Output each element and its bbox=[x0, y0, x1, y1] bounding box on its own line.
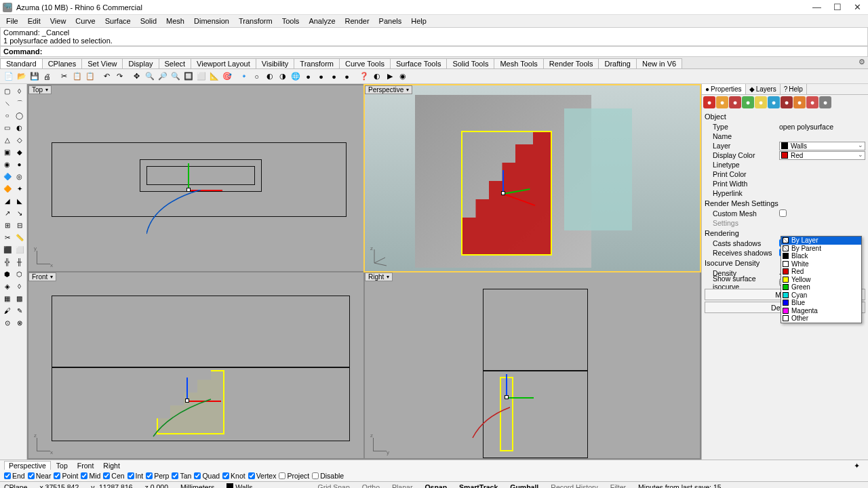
viewport-label-perspective[interactable]: Perspective bbox=[365, 85, 412, 94]
prop-category-icon[interactable]: ● bbox=[781, 96, 793, 108]
minimize-button[interactable]: — bbox=[812, 2, 821, 12]
tool-button[interactable]: ◎ bbox=[14, 171, 25, 182]
toolbar-button[interactable]: ◐ bbox=[371, 70, 382, 82]
prop-category-icon[interactable]: ● bbox=[716, 96, 728, 108]
display-color-select[interactable]: Red bbox=[779, 151, 865, 160]
tab-display[interactable]: Display bbox=[122, 58, 159, 68]
color-option-by-layer[interactable]: By Layer bbox=[781, 237, 861, 245]
menu-render[interactable]: Render bbox=[341, 16, 374, 26]
osnap-perp[interactable]: Perp bbox=[146, 472, 169, 480]
toolbar-button[interactable]: 📂 bbox=[16, 70, 27, 82]
osnap-cen[interactable]: Cen bbox=[103, 472, 124, 480]
menu-help[interactable]: Help bbox=[407, 16, 431, 26]
tab-curve-tools[interactable]: Curve Tools bbox=[339, 58, 391, 68]
osnap-point[interactable]: Point bbox=[54, 472, 78, 480]
status-grid-snap[interactable]: Grid Snap bbox=[317, 483, 349, 489]
toolbar-button[interactable]: 🔹 bbox=[238, 70, 250, 82]
command-prompt[interactable]: Command: bbox=[0, 46, 868, 57]
tab-drafting[interactable]: Drafting bbox=[598, 58, 637, 68]
prop-category-icon[interactable]: ● bbox=[819, 96, 831, 108]
color-option-cyan[interactable]: Cyan bbox=[781, 291, 861, 300]
color-option-yellow[interactable]: Yellow bbox=[781, 276, 861, 284]
status-planar[interactable]: Planar bbox=[392, 483, 412, 489]
tool-button[interactable]: ╬ bbox=[1, 256, 13, 268]
tool-button[interactable]: ⌒ bbox=[14, 98, 25, 109]
tool-button[interactable]: 🖌 bbox=[1, 305, 13, 317]
osnap-tan[interactable]: Tan bbox=[172, 472, 191, 480]
close-button[interactable]: ✕ bbox=[854, 2, 861, 12]
tool-button[interactable]: ◐ bbox=[14, 122, 25, 134]
tab-new-in-v6[interactable]: New in V6 bbox=[636, 58, 682, 68]
color-option-red[interactable]: Red bbox=[781, 268, 861, 276]
osnap-project[interactable]: Project bbox=[279, 472, 309, 480]
tool-button[interactable]: ⟍ bbox=[1, 98, 13, 109]
tool-button[interactable]: ◣ bbox=[14, 195, 25, 207]
toolbar-button[interactable]: ↷ bbox=[114, 70, 125, 82]
toolbar-button[interactable]: 🔍 bbox=[144, 70, 155, 82]
tool-button[interactable]: ⬢ bbox=[1, 268, 13, 280]
tool-button[interactable]: ◇ bbox=[14, 134, 25, 146]
tool-button[interactable]: ⊙ bbox=[1, 317, 13, 329]
toolbar-button[interactable]: ▶ bbox=[384, 70, 395, 82]
tool-button[interactable]: ✦ bbox=[14, 183, 25, 195]
tool-button[interactable]: ⊞ bbox=[1, 220, 13, 231]
osnap-int[interactable]: Int bbox=[127, 472, 144, 480]
tool-button[interactable]: ⬜ bbox=[14, 244, 25, 256]
menu-analyze[interactable]: Analyze bbox=[304, 16, 339, 26]
tool-button[interactable]: ╫ bbox=[14, 256, 25, 268]
toolbar-button[interactable]: 📄 bbox=[3, 70, 14, 82]
tool-button[interactable]: ⊟ bbox=[14, 220, 25, 231]
viewport-label-top[interactable]: Top bbox=[28, 85, 52, 94]
toolbar-button[interactable]: ● bbox=[341, 70, 353, 82]
menu-tools[interactable]: Tools bbox=[278, 16, 304, 26]
tool-button[interactable]: ◢ bbox=[1, 195, 13, 207]
menu-panels[interactable]: Panels bbox=[375, 16, 406, 26]
tool-button[interactable]: ◊ bbox=[14, 281, 25, 292]
tab-viewport-layout[interactable]: Viewport Layout bbox=[191, 58, 256, 68]
menu-mesh[interactable]: Mesh bbox=[162, 16, 189, 26]
menu-transform[interactable]: Transform bbox=[235, 16, 277, 26]
tool-button[interactable]: ⬡ bbox=[14, 268, 25, 280]
toolbar-button[interactable]: ○ bbox=[251, 70, 262, 82]
viewport-front[interactable]: Front z x bbox=[28, 272, 363, 458]
tab-render-tools[interactable]: Render Tools bbox=[543, 58, 599, 68]
osnap-near[interactable]: Near bbox=[28, 472, 52, 480]
tool-button[interactable]: ✂ bbox=[1, 232, 13, 243]
viewport-label-right[interactable]: Right bbox=[365, 272, 393, 281]
toolbar-button[interactable]: 🎯 bbox=[221, 70, 233, 82]
color-option-white[interactable]: White bbox=[781, 260, 861, 268]
tool-button[interactable]: ▢ bbox=[1, 85, 13, 97]
color-option-other[interactable]: Other bbox=[781, 314, 861, 323]
toolbar-button[interactable]: ↶ bbox=[101, 70, 113, 82]
color-dropdown[interactable]: By LayerBy ParentBlackWhiteRedYellowGree… bbox=[781, 236, 862, 323]
osnap-mid[interactable]: Mid bbox=[81, 472, 100, 480]
status-record-history[interactable]: Record History bbox=[551, 483, 597, 489]
toolbar-button[interactable]: 📐 bbox=[208, 70, 220, 82]
tool-button[interactable]: ◊ bbox=[14, 85, 25, 97]
tab-visibility[interactable]: Visibility bbox=[256, 58, 295, 68]
status-layer[interactable]: Walls bbox=[226, 483, 252, 489]
panel-tab-layers[interactable]: ◆Layers bbox=[746, 84, 781, 94]
tab-mesh-tools[interactable]: Mesh Tools bbox=[494, 58, 543, 68]
custom-mesh-check[interactable] bbox=[779, 209, 787, 217]
toolbar-button[interactable]: 🖨 bbox=[41, 70, 53, 82]
menu-dimension[interactable]: Dimension bbox=[190, 16, 233, 26]
tab-solid-tools[interactable]: Solid Tools bbox=[446, 58, 494, 68]
panel-tab-properties[interactable]: ●Properties bbox=[702, 84, 746, 94]
tool-button[interactable]: ▦ bbox=[1, 293, 13, 304]
prop-category-icon[interactable]: ● bbox=[793, 96, 806, 108]
tool-button[interactable]: ⬛ bbox=[1, 244, 13, 256]
tool-button[interactable]: ◆ bbox=[14, 146, 25, 158]
tab-cplanes[interactable]: CPlanes bbox=[42, 58, 83, 68]
toolbar-button[interactable]: 💾 bbox=[28, 70, 40, 82]
prop-category-icon[interactable]: ● bbox=[806, 96, 818, 108]
prop-category-icon[interactable]: ● bbox=[703, 96, 715, 108]
toolbar-button[interactable]: 🌐 bbox=[290, 70, 301, 82]
color-option-green[interactable]: Green bbox=[781, 283, 861, 291]
tab-standard[interactable]: Standard bbox=[0, 58, 43, 68]
tab-select[interactable]: Select bbox=[159, 58, 192, 68]
osnap-vertex[interactable]: Vertex bbox=[248, 472, 277, 480]
gear-icon[interactable]: ⚙ bbox=[859, 58, 865, 66]
status-smarttrack[interactable]: SmartTrack bbox=[459, 483, 498, 489]
status-osnap[interactable]: Osnap bbox=[425, 483, 447, 489]
